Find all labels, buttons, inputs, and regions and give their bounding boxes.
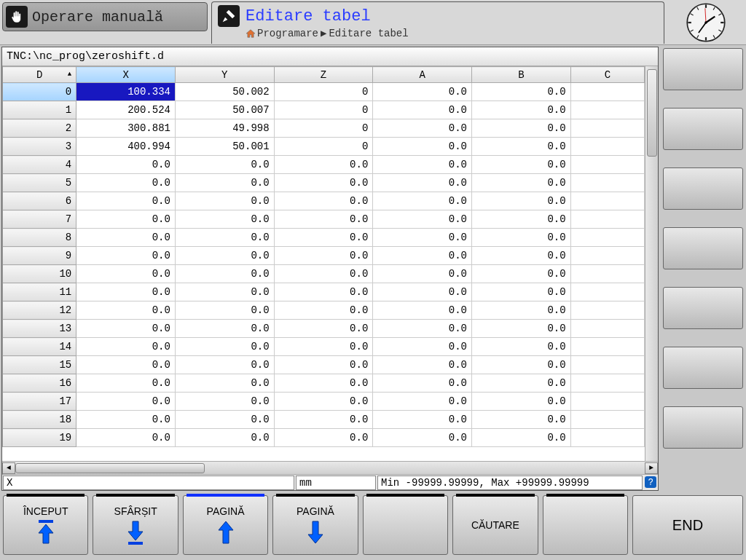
help-icon[interactable]: ? xyxy=(645,476,656,488)
cell[interactable]: 0.0 xyxy=(175,210,274,229)
cell[interactable]: 0.0 xyxy=(472,429,571,447)
softkey-5[interactable] xyxy=(363,495,448,555)
cell[interactable]: 0.0 xyxy=(274,356,373,374)
cell[interactable]: 0.0 xyxy=(472,411,571,429)
cell[interactable]: 0.0 xyxy=(76,174,176,192)
cell[interactable]: 0.0 xyxy=(175,192,274,210)
cell[interactable]: 5 xyxy=(3,174,76,192)
cell[interactable] xyxy=(570,301,644,320)
side-softkey-5[interactable] xyxy=(663,287,743,329)
col-header-d[interactable]: D▲ xyxy=(3,67,76,83)
cell[interactable] xyxy=(570,411,644,429)
cell[interactable]: 0.0 xyxy=(472,119,571,138)
cell[interactable]: 0.0 xyxy=(373,156,472,174)
cell[interactable]: 0.0 xyxy=(472,283,571,301)
cell[interactable]: 0.0 xyxy=(175,247,274,265)
col-header-y[interactable]: Y xyxy=(175,67,274,83)
cell[interactable]: 0.0 xyxy=(76,301,176,320)
cell[interactable]: 0.0 xyxy=(274,247,373,265)
cell[interactable]: 0.0 xyxy=(373,119,472,138)
cell[interactable]: 6 xyxy=(3,192,76,210)
cell[interactable]: 0.0 xyxy=(76,283,176,301)
cell[interactable]: 0.0 xyxy=(373,174,472,192)
col-header-z[interactable]: Z xyxy=(274,67,373,83)
cell[interactable]: 0.0 xyxy=(472,338,571,356)
cell[interactable] xyxy=(570,101,644,119)
cell[interactable]: 400.994 xyxy=(76,138,176,156)
cell[interactable]: 4 xyxy=(3,156,76,174)
hscroll-track[interactable] xyxy=(15,462,645,474)
cell[interactable]: 0.0 xyxy=(472,174,571,192)
cell[interactable]: 0.0 xyxy=(175,393,274,411)
cell[interactable]: 0 xyxy=(274,83,373,101)
cell[interactable]: 0.0 xyxy=(274,283,373,301)
table-row[interactable]: 100.00.00.00.00.0 xyxy=(3,265,645,283)
side-softkey-1[interactable] xyxy=(663,48,743,90)
cell[interactable] xyxy=(570,174,644,192)
cell[interactable]: 0 xyxy=(274,119,373,138)
cell[interactable] xyxy=(570,192,644,210)
cell[interactable]: 0.0 xyxy=(175,174,274,192)
cell[interactable]: 3 xyxy=(3,138,76,156)
cell[interactable]: 0.0 xyxy=(472,320,571,338)
cell[interactable]: 10 xyxy=(3,265,76,283)
cell[interactable]: 0.0 xyxy=(373,283,472,301)
cell[interactable]: 0.0 xyxy=(373,429,472,447)
cell[interactable]: 0.0 xyxy=(175,320,274,338)
cell[interactable]: 0.0 xyxy=(373,247,472,265)
cell[interactable]: 0.0 xyxy=(373,411,472,429)
mode-manual-tab[interactable]: Operare manuală xyxy=(2,2,208,31)
cell[interactable]: 100.334 xyxy=(76,83,176,101)
cell[interactable]: 0.0 xyxy=(274,338,373,356)
softkey-pagedown[interactable]: PAGINĂ xyxy=(272,495,358,555)
cell[interactable]: 0.0 xyxy=(76,393,176,411)
side-softkey-4[interactable] xyxy=(663,227,743,269)
table-row[interactable]: 150.00.00.00.00.0 xyxy=(3,356,645,374)
table-row[interactable]: 180.00.00.00.00.0 xyxy=(3,411,645,429)
cell[interactable]: 0.0 xyxy=(373,393,472,411)
cell[interactable]: 16 xyxy=(3,374,76,393)
table-row[interactable]: 60.00.00.00.00.0 xyxy=(3,192,645,210)
softkey-begin[interactable]: ÎNCEPUT xyxy=(3,495,88,555)
cell[interactable]: 9 xyxy=(3,247,76,265)
softkey-end[interactable]: SFÂRȘIT xyxy=(93,495,178,555)
table-row[interactable]: 190.00.00.00.00.0 xyxy=(3,429,645,447)
col-header-x[interactable]: X xyxy=(76,67,176,83)
cell[interactable]: 0.0 xyxy=(274,374,373,393)
cell[interactable] xyxy=(570,320,644,338)
cell[interactable]: 49.998 xyxy=(175,119,274,138)
cell[interactable]: 0.0 xyxy=(373,265,472,283)
cell[interactable]: 0.0 xyxy=(373,301,472,320)
table-row[interactable]: 110.00.00.00.00.0 xyxy=(3,283,645,301)
cell[interactable] xyxy=(570,210,644,229)
cell[interactable]: 0.0 xyxy=(472,247,571,265)
cell[interactable]: 14 xyxy=(3,338,76,356)
table-row[interactable]: 140.00.00.00.00.0 xyxy=(3,338,645,356)
cell[interactable]: 0.0 xyxy=(175,411,274,429)
cell[interactable]: 0.0 xyxy=(472,210,571,229)
cell[interactable]: 0.0 xyxy=(274,320,373,338)
cell[interactable]: 0 xyxy=(3,83,76,101)
col-header-b[interactable]: B xyxy=(472,67,571,83)
cell[interactable]: 0.0 xyxy=(76,320,176,338)
cell[interactable]: 0.0 xyxy=(76,247,176,265)
cell[interactable]: 0.0 xyxy=(274,265,373,283)
cell[interactable]: 0.0 xyxy=(373,83,472,101)
cell[interactable] xyxy=(570,156,644,174)
cell[interactable]: 0.0 xyxy=(373,229,472,247)
cell[interactable]: 15 xyxy=(3,356,76,374)
cell[interactable]: 8 xyxy=(3,229,76,247)
data-table[interactable]: D▲XYZABC 0100.33450.00200.00.01200.52450… xyxy=(2,66,645,447)
cell[interactable]: 0.0 xyxy=(274,210,373,229)
cell[interactable]: 50.002 xyxy=(175,83,274,101)
vertical-scrollbar[interactable] xyxy=(645,66,658,461)
table-row[interactable]: 130.00.00.00.00.0 xyxy=(3,320,645,338)
cell[interactable] xyxy=(570,138,644,156)
table-row[interactable]: 50.00.00.00.00.0 xyxy=(3,174,645,192)
cell[interactable]: 200.524 xyxy=(76,101,176,119)
cell[interactable]: 0.0 xyxy=(373,338,472,356)
cell[interactable]: 0.0 xyxy=(274,156,373,174)
cell[interactable]: 19 xyxy=(3,429,76,447)
softkey-end-button[interactable]: END xyxy=(632,495,743,555)
cell[interactable] xyxy=(570,247,644,265)
